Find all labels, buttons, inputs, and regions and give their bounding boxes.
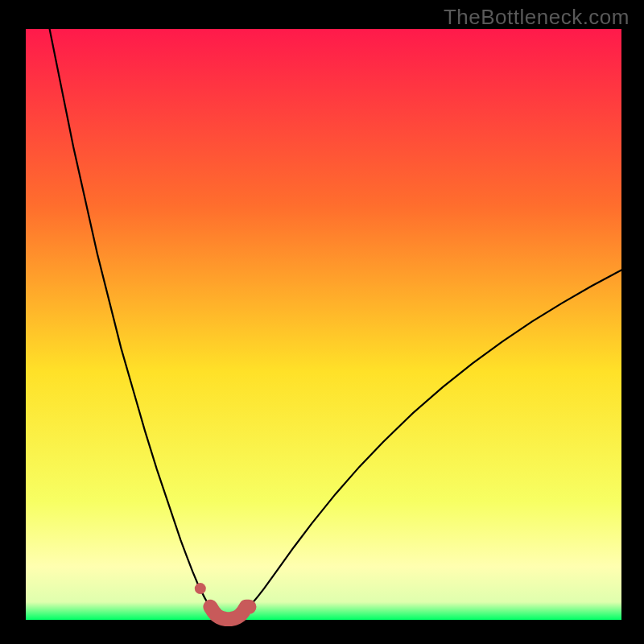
watermark-text: TheBottleneck.com [444,5,630,30]
bottleneck-chart [0,0,644,644]
isolated-marker [195,583,206,594]
chart-stage: TheBottleneck.com [0,0,644,644]
